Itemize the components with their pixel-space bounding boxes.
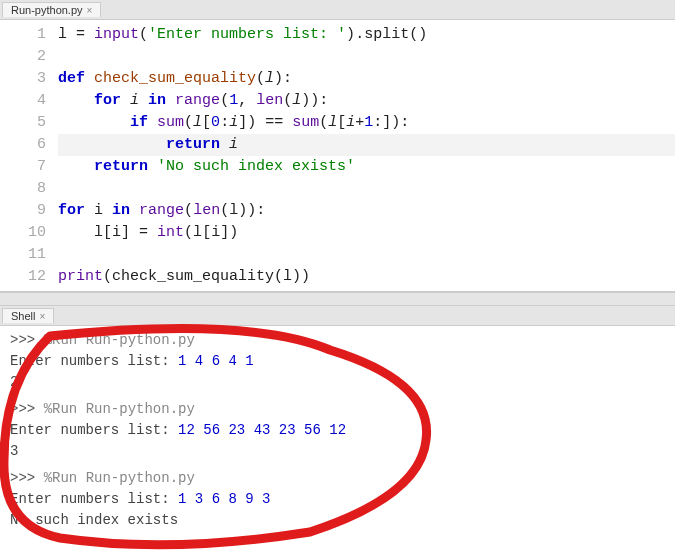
line-number-gutter: 1 2 3 4 5 6 7 8 9 10 11 12 (0, 20, 58, 291)
code-line-11 (58, 244, 675, 266)
shell-prompt-line: >>> %Run Run-python.py (10, 330, 665, 351)
line-number: 3 (0, 68, 46, 90)
code-line-4: for i in range(1, len(l)): (58, 90, 675, 112)
close-icon[interactable]: × (87, 5, 93, 16)
shell-tab-label: Shell (11, 310, 35, 322)
line-number: 9 (0, 200, 46, 222)
code-line-5: if sum(l[0:i]) == sum(l[i+1:]): (58, 112, 675, 134)
shell-prompt-line: >>> %Run Run-python.py (10, 468, 665, 489)
shell-prompt-line: >>> %Run Run-python.py (10, 399, 665, 420)
code-line-3: def check_sum_equality(l): (58, 68, 675, 90)
line-number: 4 (0, 90, 46, 112)
code-editor[interactable]: 1 2 3 4 5 6 7 8 9 10 11 12 l = input('En… (0, 20, 675, 292)
shell-tab-bar: Shell × (0, 306, 675, 326)
code-line-6: return i (58, 134, 675, 156)
code-line-7: return 'No such index exists' (58, 156, 675, 178)
shell-output-line: 3 (10, 441, 665, 462)
line-number: 5 (0, 112, 46, 134)
close-icon[interactable]: × (39, 311, 45, 322)
line-number: 12 (0, 266, 46, 288)
shell-io-line: Enter numbers list: 12 56 23 43 23 56 12 (10, 420, 665, 441)
shell-output-line: 2 (10, 372, 665, 393)
code-line-1: l = input('Enter numbers list: ').split(… (58, 24, 675, 46)
shell-output-line: No such index exists (10, 510, 665, 531)
line-number: 8 (0, 178, 46, 200)
shell-run-1: >>> %Run Run-python.py Enter numbers lis… (10, 330, 665, 393)
line-number: 11 (0, 244, 46, 266)
shell-panel[interactable]: >>> %Run Run-python.py Enter numbers lis… (0, 326, 675, 560)
line-number: 1 (0, 24, 46, 46)
code-line-2 (58, 46, 675, 68)
editor-tab-label: Run-python.py (11, 4, 83, 16)
line-number: 10 (0, 222, 46, 244)
code-line-12: print(check_sum_equality(l)) (58, 266, 675, 288)
shell-io-line: Enter numbers list: 1 3 6 8 9 3 (10, 489, 665, 510)
shell-content: >>> %Run Run-python.py Enter numbers lis… (0, 326, 675, 541)
panel-divider[interactable] (0, 292, 675, 306)
code-line-9: for i in range(len(l)): (58, 200, 675, 222)
shell-run-2: >>> %Run Run-python.py Enter numbers lis… (10, 399, 665, 462)
shell-io-line: Enter numbers list: 1 4 6 4 1 (10, 351, 665, 372)
editor-tab-bar: Run-python.py × (0, 0, 675, 20)
code-line-10: l[i] = int(l[i]) (58, 222, 675, 244)
line-number: 6 (0, 134, 46, 156)
code-line-8 (58, 178, 675, 200)
line-number: 7 (0, 156, 46, 178)
code-area[interactable]: l = input('Enter numbers list: ').split(… (58, 20, 675, 291)
editor-tab[interactable]: Run-python.py × (2, 2, 101, 17)
shell-tab[interactable]: Shell × (2, 308, 54, 323)
line-number: 2 (0, 46, 46, 68)
shell-run-3: >>> %Run Run-python.py Enter numbers lis… (10, 468, 665, 531)
